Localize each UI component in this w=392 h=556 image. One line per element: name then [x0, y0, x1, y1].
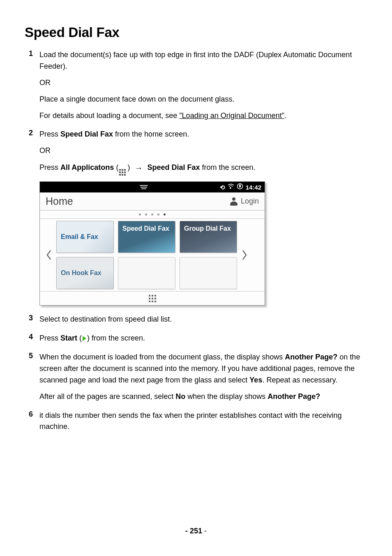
step-text: Load the document(s) face up with top ed… [39, 49, 372, 72]
bottom-bar [40, 291, 265, 305]
status-bar: ⟲ 14:42 [40, 182, 265, 192]
step-text-part: . [284, 111, 286, 120]
step-text: Press All Applicatons () → Speed Dial Fa… [39, 162, 372, 176]
step-text: OR [39, 77, 372, 89]
home-label: Home [46, 193, 73, 209]
steps-list: 1 Load the document(s) face up with top … [25, 49, 372, 438]
step-text-part: After all of the pages are scanned, sele… [39, 392, 175, 401]
step-text: it dials the number then sends the fax w… [39, 410, 372, 433]
step-number: 1 [25, 49, 39, 126]
apps-area: Email & Fax Speed Dial Fax Group Dial Fa… [40, 219, 265, 291]
hamburger-icon[interactable] [140, 184, 148, 190]
step-text-part: ) [87, 334, 92, 342]
step-4: 4 Press Start () from the screen. [25, 333, 372, 349]
home-screen-figure: ⟲ 14:42 Home [39, 181, 265, 306]
step-body: it dials the number then sends the fax w… [39, 410, 372, 438]
step-number: 3 [25, 314, 39, 330]
step-text-bold: Yes [249, 376, 262, 384]
step-text: Press Speed Dial Fax from the home scree… [39, 129, 372, 140]
tile-empty [180, 257, 237, 289]
tiles-grid: Email & Fax Speed Dial Fax Group Dial Fa… [56, 221, 237, 289]
apps-grid-icon [119, 169, 127, 176]
status-right: ⟲ 14:42 [220, 183, 261, 192]
step-text-part: Press [39, 334, 60, 342]
step-text-part: . Repeat as necessary. [262, 376, 337, 384]
step-text-bold: Start [60, 334, 77, 342]
wifi-icon [228, 183, 234, 192]
step-text-bold: No [175, 392, 185, 401]
login-label: Login [241, 196, 259, 207]
step-text-part: from the home screen. [113, 130, 189, 138]
step-text-part: When the document is loaded from the doc… [39, 353, 285, 361]
step-text-bold: Speed Dial Fax [147, 163, 200, 171]
status-time: 14:42 [246, 183, 261, 192]
step-text-part: ) [127, 163, 132, 171]
step-6: 6 it dials the number then sends the fax… [25, 410, 372, 438]
step-text-bold: Another Page? [285, 353, 337, 361]
step-body: Load the document(s) face up with top ed… [39, 49, 372, 126]
step-body: Press Start () from the screen. [39, 333, 372, 349]
device-screen: ⟲ 14:42 Home [39, 181, 265, 306]
step-text-part: when the display shows [185, 392, 267, 401]
tile-on-hook-fax[interactable]: On Hook Fax [56, 257, 114, 289]
step-number: 2 [25, 129, 39, 311]
step-body: Select to destination from speed dial li… [39, 314, 372, 330]
step-text-part: For details about loading a document, se… [39, 111, 179, 120]
step-text-bold: Speed Dial Fax [60, 130, 113, 138]
step-text-bold: Another Page? [267, 392, 320, 401]
header-row: Home Login [40, 192, 265, 211]
step-text: Place a single document face down on the… [39, 94, 372, 105]
step-text: OR [39, 145, 372, 157]
step-number: 4 [25, 333, 39, 349]
step-3: 3 Select to destination from speed dial … [25, 314, 372, 330]
tile-group-dial-fax[interactable]: Group Dial Fax [180, 221, 237, 253]
tile-email-fax[interactable]: Email & Fax [56, 221, 114, 253]
step-text-part: ( [77, 334, 82, 342]
step-text-part: Press [39, 130, 60, 138]
step-5: 5 When the document is loaded from the d… [25, 352, 372, 408]
step-text-part: Press [39, 163, 60, 171]
step-1: 1 Load the document(s) face up with top … [25, 49, 372, 126]
sync-icon: ⟲ [220, 183, 225, 192]
step-body: Press Speed Dial Fax from the home scree… [39, 129, 372, 311]
tile-empty [118, 257, 175, 289]
page-title: Speed Dial Fax [25, 25, 372, 40]
step-text: For details about loading a document, se… [39, 110, 372, 122]
chevron-left-icon[interactable] [42, 250, 56, 260]
loading-doc-link[interactable]: "Loading an Original Document" [179, 111, 284, 120]
tile-speed-dial-fax[interactable]: Speed Dial Fax [118, 221, 175, 253]
person-icon [230, 197, 238, 206]
page-indicator [40, 211, 265, 219]
step-text-part: from the screen. [92, 334, 145, 342]
step-number: 5 [25, 352, 39, 408]
step-text-part: from the screen. [200, 163, 255, 171]
step-text-bold: All Applicatons [60, 163, 114, 171]
step-body: When the document is loaded from the doc… [39, 352, 372, 408]
chevron-right-icon[interactable] [237, 250, 252, 260]
apps-grid-icon[interactable] [149, 295, 156, 302]
step-text: When the document is loaded from the doc… [39, 352, 372, 386]
arrow-right-icon: → [134, 162, 143, 174]
step-text-part: ( [116, 163, 118, 171]
step-text: Press Start () from the screen. [39, 333, 372, 344]
step-2: 2 Press Speed Dial Fax from the home scr… [25, 129, 372, 311]
login-button[interactable]: Login [230, 196, 259, 207]
start-play-icon [83, 336, 86, 341]
eco-icon [237, 183, 243, 192]
step-text: Select to destination from speed dial li… [39, 314, 372, 325]
step-text: After all of the pages are scanned, sele… [39, 391, 372, 403]
step-number: 6 [25, 410, 39, 438]
